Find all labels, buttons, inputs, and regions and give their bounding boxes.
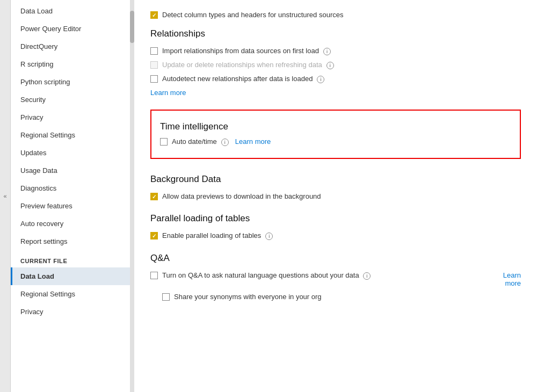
sidebar-cf-item-cf-privacy[interactable]: Privacy (11, 303, 130, 321)
enable-parallel-loading-info-icon[interactable]: i (265, 233, 273, 240)
sidebar-scrollbar[interactable] (130, 0, 134, 392)
sidebar-item-regional-settings[interactable]: Regional Settings (11, 126, 130, 144)
autodetect-relationships-row: Autodetect new relationships after data … (150, 75, 521, 83)
sidebar-scrollbar-thumb (130, 11, 134, 43)
sidebar-item-preview-features[interactable]: Preview features (11, 197, 130, 215)
sidebar-item-auto-recovery[interactable]: Auto recovery (11, 215, 130, 233)
auto-datetime-row: Auto date/time i Learn more (160, 137, 511, 146)
sidebar-item-updates[interactable]: Updates (11, 144, 130, 162)
time-intelligence-section: Time intelligence Auto date/time i Learn… (150, 110, 521, 159)
detect-columns-checkbox[interactable] (150, 11, 158, 19)
turn-on-qa-text-group: Turn on Q&A to ask natural language ques… (162, 271, 499, 280)
share-synonyms-row: Share your synonyms with everyone in you… (150, 293, 521, 301)
sidebar-cf-item-cf-data-load[interactable]: Data Load (11, 267, 130, 285)
allow-background-downloads-checkbox[interactable] (150, 193, 158, 200)
sidebar-item-report-settings[interactable]: Report settings (11, 233, 130, 250)
detect-columns-row: Detect column types and headers for unst… (150, 11, 521, 19)
sidebar-collapse-handle[interactable]: « (0, 0, 11, 392)
relationships-learn-more-link[interactable]: Learn more (150, 89, 186, 97)
sidebar-item-python-scripting[interactable]: Python scripting (11, 73, 130, 91)
import-relationships-checkbox[interactable] (150, 47, 158, 55)
qa-learn-more-link-2[interactable]: more (505, 279, 521, 287)
qa-learn-more-group: Learn more (503, 271, 521, 287)
parallel-loading-title: Parallel loading of tables (150, 213, 521, 224)
qa-learn-more-link-1[interactable]: Learn (503, 271, 521, 279)
turn-on-qa-checkbox[interactable] (150, 272, 158, 279)
parallel-loading-section: Parallel loading of tables Enable parall… (150, 213, 521, 240)
enable-parallel-loading-label: Enable parallel loading of tables (162, 231, 261, 239)
turn-on-qa-label: Turn on Q&A to ask natural language ques… (162, 271, 359, 279)
sidebar-current-file-header: CURRENT FILE (11, 250, 130, 267)
autodetect-relationships-label: Autodetect new relationships after data … (162, 75, 313, 83)
collapse-icon: « (3, 193, 6, 199)
qa-title: Q&A (150, 253, 521, 264)
sidebar-item-r-scripting[interactable]: R scripting (11, 55, 130, 73)
auto-datetime-learn-more-link[interactable]: Learn more (235, 137, 271, 146)
auto-datetime-label: Auto date/time (172, 137, 217, 146)
turn-on-qa-info-icon[interactable]: i (363, 272, 371, 280)
sidebar-item-power-query-editor[interactable]: Power Query Editor (11, 20, 130, 38)
auto-datetime-checkbox[interactable] (160, 138, 168, 146)
sidebar-item-security[interactable]: Security (11, 91, 130, 108)
enable-parallel-loading-row: Enable parallel loading of tables i (150, 231, 521, 240)
sidebar-current-file-section: Data LoadRegional SettingsPrivacy (11, 267, 130, 321)
sidebar-item-directquery[interactable]: DirectQuery (11, 38, 130, 55)
autodetect-relationships-info-icon[interactable]: i (317, 76, 324, 83)
sidebar-cf-item-cf-regional-settings[interactable]: Regional Settings (11, 285, 130, 303)
import-relationships-row: Import relationships from data sources o… (150, 47, 521, 55)
share-synonyms-label: Share your synonyms with everyone in you… (174, 293, 322, 301)
relationships-title: Relationships (150, 28, 521, 39)
update-delete-relationships-row: Update or delete relationships when refr… (150, 61, 521, 69)
sidebar-item-data-load[interactable]: Data Load (11, 2, 130, 20)
sidebar-item-usage-data[interactable]: Usage Data (11, 162, 130, 179)
sidebar-list: Data LoadPower Query EditorDirectQueryR … (11, 0, 130, 392)
update-delete-relationships-info-icon[interactable]: i (326, 62, 334, 69)
sidebar-item-privacy[interactable]: Privacy (11, 108, 130, 126)
background-data-title: Background Data (150, 174, 521, 185)
detect-columns-label: Detect column types and headers for unst… (162, 11, 343, 19)
allow-background-downloads-label: Allow data previews to download in the b… (162, 192, 321, 200)
main-content-area: Detect column types and headers for unst… (134, 0, 537, 392)
import-relationships-label: Import relationships from data sources o… (162, 47, 319, 55)
time-intelligence-title: Time intelligence (160, 121, 511, 132)
relationships-section: Relationships Import relationships from … (150, 28, 521, 97)
update-delete-relationships-checkbox[interactable] (150, 61, 158, 69)
sidebar-global-section: Data LoadPower Query EditorDirectQueryR … (11, 2, 130, 250)
allow-background-downloads-row: Allow data previews to download in the b… (150, 192, 521, 200)
auto-datetime-info-icon[interactable]: i (221, 139, 229, 146)
import-relationships-info-icon[interactable]: i (323, 48, 331, 55)
enable-parallel-loading-checkbox[interactable] (150, 232, 158, 239)
share-synonyms-checkbox[interactable] (162, 293, 170, 301)
autodetect-relationships-checkbox[interactable] (150, 75, 158, 83)
update-delete-relationships-label: Update or delete relationships when refr… (162, 61, 322, 69)
qa-section: Q&A Turn on Q&A to ask natural language … (150, 253, 521, 301)
sidebar-item-diagnostics[interactable]: Diagnostics (11, 179, 130, 197)
background-data-section: Background Data Allow data previews to d… (150, 174, 521, 200)
sidebar-wrapper: « Data LoadPower Query EditorDirectQuery… (0, 0, 134, 392)
